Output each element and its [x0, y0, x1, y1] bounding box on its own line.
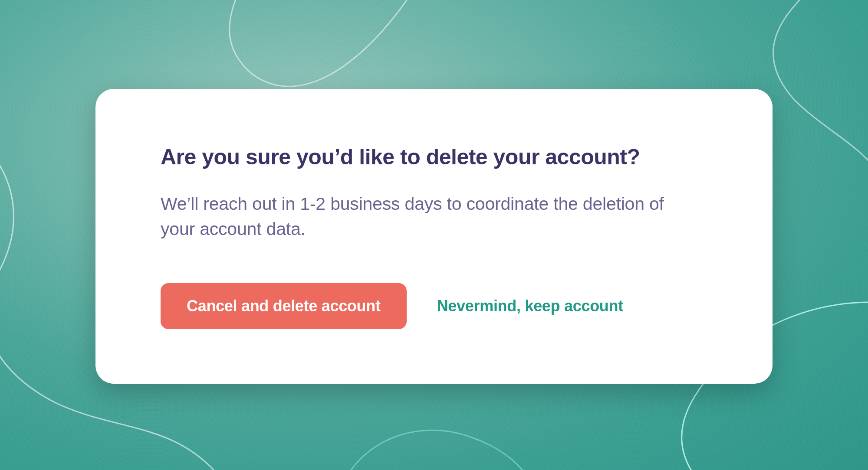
keep-account-button[interactable]: Nevermind, keep account	[434, 283, 627, 329]
cancel-and-delete-button[interactable]: Cancel and delete account	[161, 283, 407, 329]
modal-body-text: We’ll reach out in 1-2 business days to …	[161, 191, 681, 242]
modal-actions: Cancel and delete account Nevermind, kee…	[161, 283, 707, 329]
modal-title: Are you sure you’d like to delete your a…	[161, 144, 707, 170]
confirm-delete-modal: Are you sure you’d like to delete your a…	[95, 89, 773, 384]
